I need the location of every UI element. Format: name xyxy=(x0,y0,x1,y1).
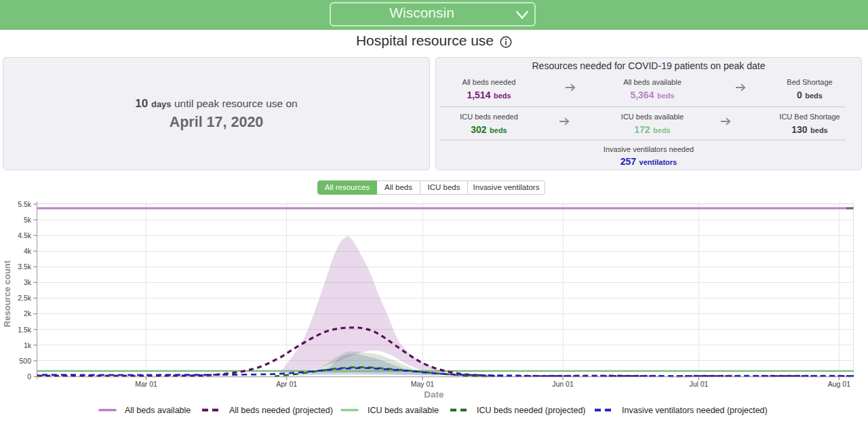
svg-text:5k: 5k xyxy=(24,216,32,224)
svg-text:Mar 01: Mar 01 xyxy=(135,380,157,388)
svg-text:Date: Date xyxy=(424,389,444,400)
svg-text:ICU beds needed (projected): ICU beds needed (projected) xyxy=(477,406,586,415)
svg-text:2k: 2k xyxy=(24,309,32,317)
svg-text:2.5k: 2.5k xyxy=(18,294,32,302)
svg-text:Apr 01: Apr 01 xyxy=(276,380,297,388)
svg-text:0: 0 xyxy=(27,372,31,381)
svg-text:ICU beds available: ICU beds available xyxy=(368,406,439,415)
svg-text:All beds available: All beds available xyxy=(125,406,191,415)
svg-text:May 01: May 01 xyxy=(411,380,435,388)
svg-text:1k: 1k xyxy=(24,341,32,349)
svg-text:4.5k: 4.5k xyxy=(18,231,32,239)
svg-text:5.5k: 5.5k xyxy=(18,200,32,208)
svg-text:4k: 4k xyxy=(24,247,32,255)
svg-text:Aug 01: Aug 01 xyxy=(828,380,850,388)
svg-text:Jun 01: Jun 01 xyxy=(552,380,574,388)
svg-text:500: 500 xyxy=(19,357,31,365)
svg-text:3.5k: 3.5k xyxy=(18,263,32,271)
svg-text:3k: 3k xyxy=(24,278,32,286)
svg-text:Jul 01: Jul 01 xyxy=(689,380,708,388)
svg-text:All beds needed (projected): All beds needed (projected) xyxy=(229,406,333,415)
svg-text:1.5k: 1.5k xyxy=(18,326,32,334)
svg-text:Resource count: Resource count xyxy=(2,260,12,327)
svg-text:Invasive ventilators needed (p: Invasive ventilators needed (projected) xyxy=(622,406,768,415)
